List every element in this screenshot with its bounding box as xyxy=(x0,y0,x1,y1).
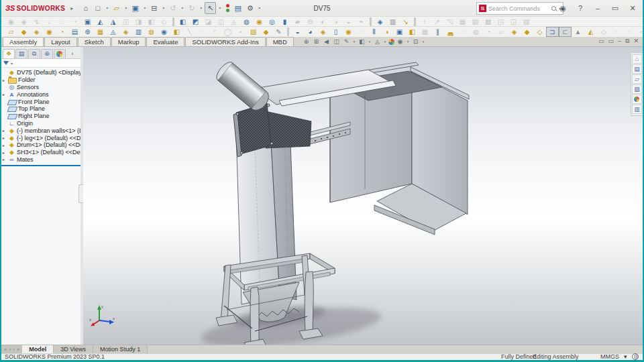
markup-icon[interactable]: ✎ xyxy=(342,38,351,46)
tool-icon[interactable]: ◈ xyxy=(17,17,30,27)
tool-icon[interactable]: ◔ xyxy=(56,27,68,37)
taskpane-home-icon[interactable]: ⌂ xyxy=(632,54,642,64)
tool-icon[interactable]: ╲ xyxy=(183,27,196,37)
tool-icon[interactable]: ◦ xyxy=(234,27,247,37)
tool-icon[interactable]: ▣ xyxy=(81,17,94,27)
configurationmanager-tab-icon[interactable]: ⧉ xyxy=(28,49,40,58)
tool-icon[interactable]: · xyxy=(196,27,209,37)
command-tab[interactable]: Assembly xyxy=(3,37,44,46)
expand-arrow-icon[interactable]: ▸ xyxy=(3,157,8,162)
expand-arrow-icon[interactable]: ▸ xyxy=(3,135,8,140)
rebuild-traffic-light-icon[interactable] xyxy=(223,2,231,14)
edit-appearance-icon[interactable] xyxy=(388,39,394,45)
taskpane-appearances-icon[interactable] xyxy=(632,95,642,104)
tool-icon[interactable]: ◪ xyxy=(202,17,215,27)
dropdown-caret[interactable]: ▾ xyxy=(217,2,223,14)
tree-item[interactable]: ▸ (-) membran walls<1> (Default) < xyxy=(1,127,80,134)
doc-minimize-icon[interactable]: – xyxy=(618,38,621,45)
tool-icon[interactable]: ◉ xyxy=(43,27,56,37)
tool-icon[interactable]: ◆ xyxy=(521,27,533,37)
tool-icon[interactable]: ⊕ xyxy=(81,27,94,37)
options-icon[interactable]: ⚙ xyxy=(244,2,256,14)
home-icon[interactable]: ⌂ xyxy=(80,2,91,14)
dropdown-caret[interactable]: ▾ xyxy=(198,2,204,14)
tool-icon[interactable]: ▰ xyxy=(291,17,304,27)
tool-icon[interactable]: ◉ xyxy=(158,27,170,37)
command-tab[interactable]: Evaluate xyxy=(146,37,184,46)
tree-item[interactable]: Sensors xyxy=(1,84,80,91)
tab-scroll-last-icon[interactable]: » xyxy=(17,347,19,353)
tree-item[interactable]: ▸ Mates xyxy=(1,156,80,164)
view-settings-icon[interactable]: ⊡ xyxy=(411,38,420,46)
tool-icon[interactable]: ◧ xyxy=(145,17,158,27)
close-button[interactable]: ✕ xyxy=(625,4,640,13)
tree-item[interactable]: ▸ Annotations xyxy=(1,90,80,98)
tree-item[interactable]: Origin xyxy=(1,120,80,127)
tool-icon[interactable]: ◹ xyxy=(443,17,456,27)
maximize-button[interactable]: ▭ xyxy=(608,4,623,13)
doc-new-window-icon[interactable]: ▭ xyxy=(608,38,614,45)
tool-icon[interactable]: ◆ xyxy=(17,27,30,37)
tool-icon[interactable]: ▨ xyxy=(520,17,533,27)
tool-icon[interactable]: ▲ xyxy=(572,27,584,37)
tree-item[interactable]: ▸ (-) leg<1> (Default) <<Default>_D xyxy=(1,134,80,141)
tab-scroll-next-icon[interactable]: › xyxy=(13,347,15,353)
select-tool-icon[interactable]: ↖ xyxy=(205,2,216,14)
tool-icon[interactable]: ◲ xyxy=(507,17,520,27)
tool-icon[interactable]: ◉ xyxy=(5,17,17,27)
print-icon[interactable]: ⊟ xyxy=(148,2,160,14)
pane-tabs-overflow-icon[interactable]: › xyxy=(66,49,78,58)
file-properties-icon[interactable]: ▤ xyxy=(232,2,244,14)
tool-icon[interactable]: ◑ xyxy=(380,27,393,37)
search-input[interactable]: Search Commands xyxy=(488,5,551,12)
taskpane-file-explorer-icon[interactable]: ▱ xyxy=(632,74,642,84)
tool-icon[interactable]: ⊏ xyxy=(559,27,572,37)
command-tab[interactable]: Sketch xyxy=(78,37,111,46)
tool-icon[interactable]: Ⅱ xyxy=(368,27,380,37)
tool-icon[interactable]: ▱ xyxy=(495,27,508,37)
tool-icon[interactable]: ◧ xyxy=(176,17,189,27)
taskpane-custom-properties-icon[interactable]: ▥ xyxy=(632,105,642,114)
dropdown-caret[interactable]: ▾ xyxy=(179,2,185,14)
tool-icon[interactable]: ◇ xyxy=(597,27,610,37)
tool-icon[interactable]: ↑ xyxy=(418,17,431,27)
tool-icon[interactable]: ◬ xyxy=(107,27,119,37)
expand-arrow-icon[interactable]: ▸ xyxy=(3,150,8,155)
redo-icon[interactable]: ↻ xyxy=(186,2,197,14)
previous-view-icon[interactable]: ◀ xyxy=(322,38,331,46)
tool-icon[interactable]: ◍ xyxy=(145,27,158,37)
tab-scroll-prev-icon[interactable]: ‹ xyxy=(9,347,11,353)
tool-icon[interactable]: ◬ xyxy=(227,17,240,27)
tool-icon[interactable] xyxy=(414,17,416,26)
tool-icon[interactable]: ◆ xyxy=(260,27,272,37)
dropdown-caret[interactable]: ▾ xyxy=(160,2,166,14)
tool-icon[interactable]: · xyxy=(623,27,635,37)
propertymanager-tab-icon[interactable]: ▤ xyxy=(15,49,28,58)
tool-icon[interactable]: ◒ xyxy=(291,27,304,37)
dropdown-caret[interactable]: ▾ xyxy=(421,38,425,46)
save-icon[interactable]: ▣ xyxy=(129,2,141,14)
tool-icon[interactable]: ◈ xyxy=(119,27,132,37)
tool-icon[interactable]: ◨ xyxy=(132,17,145,27)
tool-icon[interactable]: ↘ xyxy=(399,17,412,27)
tool-icon[interactable]: ✎ xyxy=(272,27,285,37)
tool-icon[interactable]: ◉ xyxy=(342,27,355,37)
tool-icon[interactable]: ▩ xyxy=(482,17,494,27)
tool-icon[interactable]: ▦ xyxy=(419,27,431,37)
graphics-viewport[interactable]: y x z ⌂▤▱▨▥ xyxy=(83,47,643,345)
tool-icon[interactable]: ⊐ xyxy=(546,27,559,37)
tool-icon[interactable]: ◌ xyxy=(56,17,68,27)
tool-icon[interactable]: ▱ xyxy=(5,27,17,37)
tool-icon[interactable]: ◍ xyxy=(470,27,482,37)
dimxpertmanager-tab-icon[interactable]: ⊕ xyxy=(41,49,53,58)
tool-icon[interactable]: ∥ xyxy=(431,27,444,37)
displaymanager-tab-icon[interactable] xyxy=(54,49,66,58)
tool-icon[interactable]: ◉ xyxy=(253,17,266,27)
tree-filter-row[interactable]: ▾ xyxy=(1,59,80,68)
zoom-to-fit-icon[interactable]: ⊕ xyxy=(302,38,311,46)
tool-icon[interactable]: ◫ xyxy=(215,17,227,27)
view-orientation-icon[interactable]: ◧ xyxy=(358,38,366,46)
doc-restore-down-icon[interactable]: ⧉ xyxy=(625,38,629,45)
tool-icon[interactable] xyxy=(287,27,289,36)
search-box[interactable]: S Search Commands ▾ xyxy=(476,2,564,15)
